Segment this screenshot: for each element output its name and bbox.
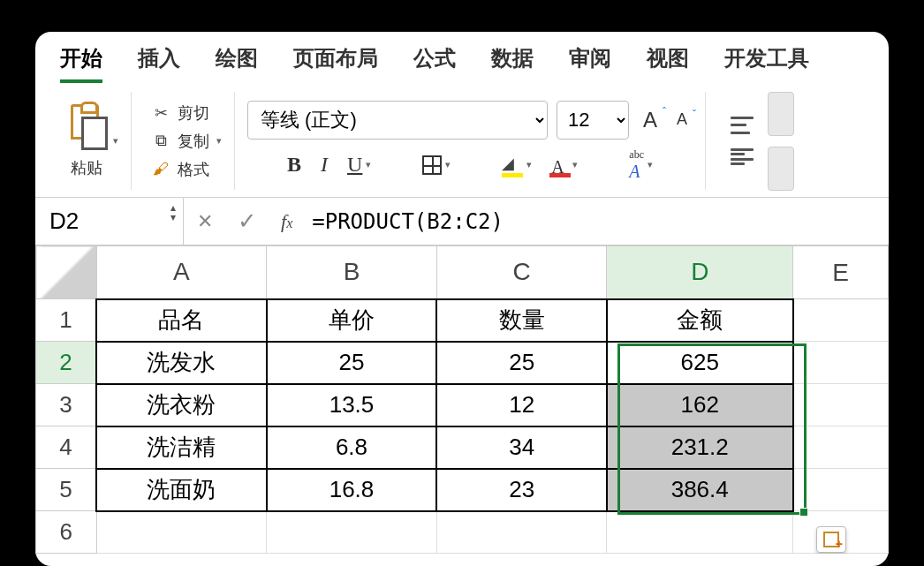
paste-dropdown[interactable]: ▾ (113, 135, 118, 147)
phonetic-guide-button[interactable]: abcA ▾ (629, 148, 653, 182)
cell-A5[interactable]: 洗面奶 (96, 469, 266, 511)
decrease-font-size-button[interactable]: Aˇ (671, 110, 693, 129)
cell-A4[interactable]: 洗洁精 (96, 426, 266, 469)
align-top-button[interactable] (731, 117, 754, 134)
enter-formula-button[interactable]: ✓ (226, 208, 269, 235)
select-all-corner[interactable] (36, 246, 97, 299)
fill-color-button[interactable]: ◢ ▾ (502, 156, 532, 174)
ribbon-tabs: 开始 插入 绘图 页面布局 公式 数据 审阅 视图 开发工具 (35, 32, 889, 83)
cell-A1[interactable]: 品名 (96, 299, 266, 342)
tab-home[interactable]: 开始 (60, 41, 102, 83)
formula-bar: D2 ▴▾ ✕ ✓ fx (35, 198, 889, 245)
cell-B1[interactable]: 单价 (267, 299, 437, 342)
paste-options-button[interactable] (816, 526, 846, 553)
bold-button[interactable]: B (287, 153, 301, 177)
cancel-formula-button[interactable]: ✕ (184, 210, 226, 233)
borders-icon (422, 155, 442, 175)
increase-font-size-button[interactable]: Aˆ (638, 108, 663, 132)
copy-label: 复制 (178, 131, 209, 152)
tab-draw[interactable]: 绘图 (216, 41, 258, 83)
tab-insert[interactable]: 插入 (138, 41, 180, 83)
paste-options-icon (823, 532, 839, 547)
cell-E1[interactable] (793, 299, 889, 342)
font-color-icon: A (551, 155, 569, 176)
cell-C2[interactable]: 25 (436, 342, 606, 384)
col-header-B[interactable]: B (267, 246, 437, 299)
cell-E2[interactable] (793, 342, 889, 384)
copy-dropdown-icon: ▾ (216, 135, 222, 147)
underline-button[interactable]: U▾ (347, 153, 371, 177)
col-header-C[interactable]: C (436, 246, 606, 299)
cell-E4[interactable] (793, 426, 889, 469)
cell-B3[interactable]: 13.5 (267, 384, 437, 426)
row-header-4[interactable]: 4 (36, 426, 97, 469)
borders-button[interactable]: ▾ (422, 155, 451, 175)
cell-D3[interactable]: 162 (607, 384, 793, 426)
ribbon-body: 粘贴 ▾ ✂ 剪切 ⧉ 复制 ▾ 🖌 格式 (35, 83, 889, 198)
font-size-select[interactable]: 12 (557, 101, 629, 140)
cell-B6[interactable] (267, 511, 437, 554)
col-header-E[interactable]: E (793, 246, 889, 299)
tab-view[interactable]: 视图 (647, 41, 689, 83)
col-header-A[interactable]: A (96, 246, 266, 299)
cell-C6[interactable] (436, 511, 606, 554)
tab-formulas[interactable]: 公式 (413, 41, 456, 83)
cell-D5[interactable]: 386.4 (607, 469, 793, 511)
row-header-1[interactable]: 1 (36, 299, 97, 342)
font-name-select[interactable]: 等线 (正文) (247, 101, 548, 140)
tab-review[interactable]: 审阅 (569, 41, 611, 83)
cell-B4[interactable]: 6.8 (267, 426, 437, 469)
row-header-2[interactable]: 2 (36, 342, 97, 384)
formula-input[interactable] (305, 209, 889, 234)
row-header-5[interactable]: 5 (36, 469, 97, 511)
spreadsheet-grid[interactable]: A B C D E 1 品名 单价 数量 金额 2 洗发水 25 25 625 (35, 245, 889, 554)
row-header-6[interactable]: 6 (36, 511, 97, 554)
align-center-button[interactable] (768, 147, 794, 191)
col-header-D[interactable]: D (607, 246, 793, 299)
format-painter-button[interactable]: 🖌 格式 (151, 159, 222, 180)
cut-button[interactable]: ✂ 剪切 (151, 102, 222, 124)
paste-icon (65, 104, 108, 154)
tab-page-layout[interactable]: 页面布局 (293, 41, 378, 83)
fx-icon[interactable]: fx (269, 210, 305, 233)
cell-D1[interactable]: 金额 (607, 299, 793, 342)
cell-B5[interactable]: 16.8 (267, 469, 437, 511)
name-box[interactable]: D2 ▴▾ (35, 198, 184, 245)
cell-D4[interactable]: 231.2 (607, 426, 793, 469)
cell-D6[interactable] (607, 511, 793, 554)
scissors-icon: ✂ (151, 103, 170, 123)
font-color-button[interactable]: A ▾ (551, 155, 578, 176)
cell-E5[interactable] (793, 469, 889, 511)
name-box-value: D2 (49, 208, 79, 235)
copy-icon: ⧉ (151, 132, 170, 151)
align-left-button[interactable] (731, 148, 754, 166)
row-header-3[interactable]: 3 (36, 384, 97, 426)
copy-button[interactable]: ⧉ 复制 ▾ (151, 131, 222, 152)
cell-C3[interactable]: 12 (436, 384, 606, 426)
cell-A2[interactable]: 洗发水 (96, 342, 266, 384)
cell-E3[interactable] (793, 384, 889, 426)
cell-D2[interactable]: 625 (607, 342, 793, 384)
paste-button[interactable]: 粘贴 (65, 104, 108, 178)
format-painter-label: 格式 (178, 159, 209, 180)
italic-button[interactable]: I (321, 153, 328, 177)
name-box-stepper[interactable]: ▴▾ (170, 203, 176, 223)
paste-label: 粘贴 (71, 157, 102, 178)
cut-label: 剪切 (178, 102, 209, 124)
cell-B2[interactable]: 25 (267, 342, 437, 384)
cell-A3[interactable]: 洗衣粉 (96, 384, 266, 426)
cell-C5[interactable]: 23 (436, 469, 606, 511)
cell-C1[interactable]: 数量 (436, 299, 606, 342)
brush-icon: 🖌 (151, 160, 170, 179)
align-middle-button[interactable] (768, 92, 794, 136)
tab-data[interactable]: 数据 (491, 41, 534, 83)
fill-bucket-icon: ◢ (502, 156, 523, 174)
phonetic-icon: abcA (629, 148, 644, 182)
tab-developer[interactable]: 开发工具 (724, 41, 809, 83)
cell-C4[interactable]: 34 (436, 426, 606, 469)
cell-A6[interactable] (96, 511, 266, 554)
